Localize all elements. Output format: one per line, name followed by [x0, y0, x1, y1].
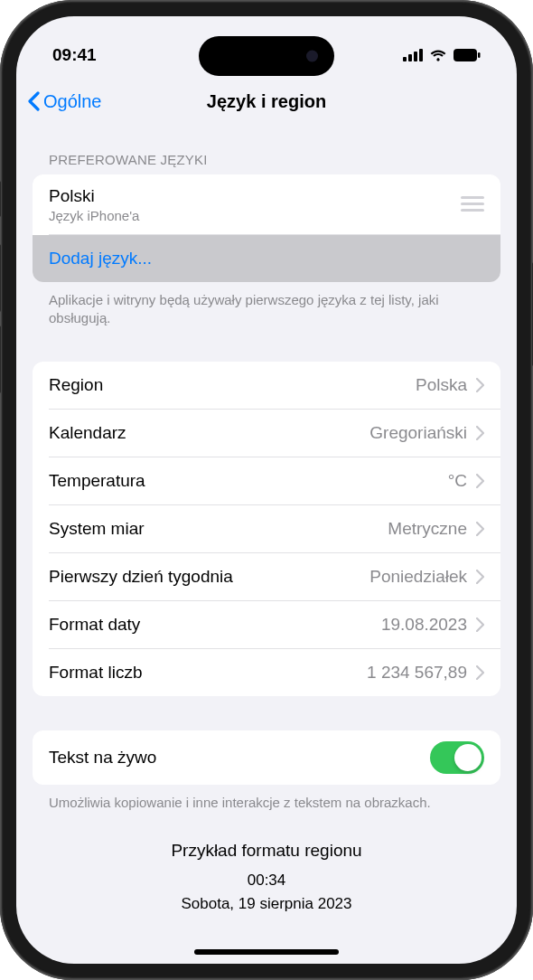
example-time: 00:34: [33, 869, 500, 892]
live-text-card: Tekst na żywo: [33, 730, 500, 785]
region-label: Region: [49, 374, 416, 396]
number-format-row[interactable]: Format liczb 1 234 567,89: [33, 649, 500, 696]
calendar-value: Gregoriański: [369, 423, 467, 443]
temperature-label: Temperatura: [49, 470, 448, 492]
example-date: Sobota, 19 sierpnia 2023: [33, 892, 500, 916]
add-language-label: Dodaj język...: [49, 249, 152, 269]
svg-rect-4: [454, 49, 477, 61]
example-title: Przykład formatu regionu: [33, 838, 500, 864]
battery-icon: [454, 49, 481, 61]
calendar-label: Kalendarz: [49, 422, 369, 444]
first-day-label: Pierwszy dzień tygodnia: [49, 566, 369, 588]
language-row-primary[interactable]: Polski Język iPhone'a: [33, 174, 500, 234]
chevron-right-icon: [476, 474, 484, 488]
back-label: Ogólne: [43, 91, 102, 112]
date-format-label: Format daty: [49, 614, 381, 636]
date-format-row[interactable]: Format daty 19.08.2023: [33, 601, 500, 648]
svg-rect-5: [478, 52, 481, 58]
live-text-label: Tekst na żywo: [49, 747, 430, 768]
svg-rect-1: [408, 54, 412, 61]
chevron-right-icon: [476, 426, 484, 440]
number-format-value: 1 234 567,89: [367, 663, 467, 683]
temperature-value: °C: [448, 471, 467, 491]
measurement-value: Metryczne: [388, 519, 467, 539]
live-text-toggle[interactable]: [430, 741, 484, 774]
language-name: Polski: [49, 185, 461, 207]
live-text-row: Tekst na żywo: [33, 730, 500, 785]
measurement-label: System miar: [49, 518, 388, 540]
dynamic-island: [199, 36, 334, 76]
number-format-label: Format liczb: [49, 662, 367, 683]
date-format-value: 19.08.2023: [381, 615, 467, 635]
cellular-icon: [403, 49, 423, 61]
first-day-value: Poniedziałek: [369, 567, 467, 587]
languages-footer: Aplikacje i witryny będą używały pierwsz…: [33, 282, 500, 328]
live-text-footer: Umożliwia kopiowanie i inne interakcje z…: [33, 785, 500, 812]
measurement-row[interactable]: System miar Metryczne: [33, 505, 500, 552]
region-settings-list: Region Polska Kalendarz Gregoriański Tem…: [33, 362, 500, 696]
chevron-left-icon: [27, 91, 40, 111]
page-title: Język i region: [207, 91, 326, 112]
add-language-button[interactable]: Dodaj język...: [33, 235, 500, 282]
svg-rect-3: [419, 49, 423, 61]
region-value: Polska: [416, 375, 467, 395]
temperature-row[interactable]: Temperatura °C: [33, 457, 500, 504]
first-day-row[interactable]: Pierwszy dzień tygodnia Poniedziałek: [33, 553, 500, 600]
chevron-right-icon: [476, 378, 484, 392]
svg-rect-0: [403, 57, 407, 61]
home-indicator[interactable]: [194, 949, 339, 955]
chevron-right-icon: [476, 522, 484, 536]
calendar-row[interactable]: Kalendarz Gregoriański: [33, 410, 500, 457]
back-button[interactable]: Ogólne: [27, 91, 102, 112]
chevron-right-icon: [476, 617, 484, 632]
region-format-example: Przykład formatu regionu 00:34 Sobota, 1…: [33, 838, 500, 916]
languages-list: Polski Język iPhone'a Dodaj język...: [33, 174, 500, 282]
nav-bar: Ogólne Język i region: [16, 78, 517, 125]
drag-handle-icon[interactable]: [461, 196, 484, 212]
chevron-right-icon: [476, 665, 484, 680]
svg-rect-2: [414, 52, 417, 61]
region-row[interactable]: Region Polska: [33, 362, 500, 409]
wifi-icon: [429, 49, 447, 61]
language-subtitle: Język iPhone'a: [49, 208, 461, 223]
languages-header: PREFEROWANE JĘZYKI: [33, 125, 500, 174]
status-time: 09:41: [52, 45, 97, 65]
chevron-right-icon: [476, 570, 484, 584]
